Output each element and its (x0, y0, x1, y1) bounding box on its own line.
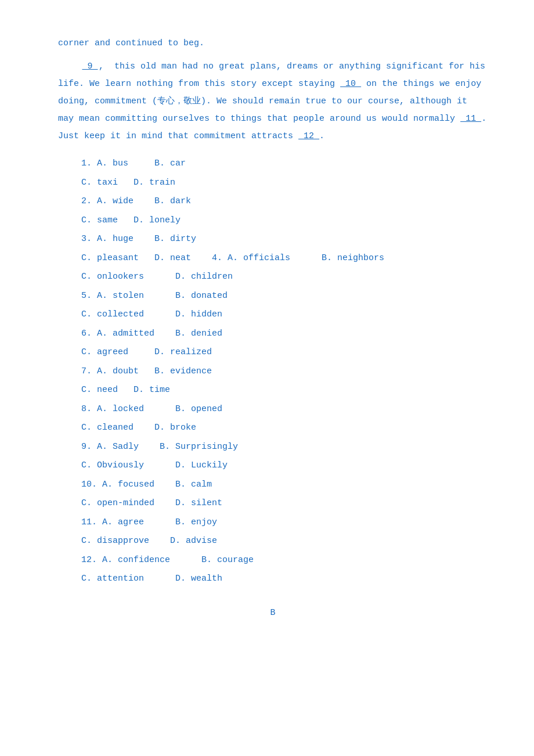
q8-ab: 8. A. locked B. opened (81, 404, 222, 414)
indent-spacer (58, 58, 81, 75)
q9-line1: 9. A. Sadly B. Surprisingly (58, 439, 488, 456)
q6-cd: C. agreed D. realized (81, 347, 212, 357)
q3-line1: 3. A. huge B. dirty (58, 231, 488, 248)
q2-ab: 2. A. wide B. dark (81, 196, 191, 206)
answers-section: 1. A. bus B. car C. taxi D. train 2. A. … (58, 156, 488, 588)
q3-cd-q4-ab: C. pleasant D. neat 4. A. officials B. n… (81, 253, 384, 263)
q7-line1: 7. A. doubt B. evidence (58, 363, 488, 380)
q11-cd: C. disapprove D. advise (81, 536, 217, 546)
q1-line1: 1. A. bus B. car (58, 156, 488, 172)
q12-cd: C. attention D. wealth (81, 574, 222, 584)
q11-line2: C. disapprove D. advise (58, 533, 488, 550)
q9-line2: C. Obviously D. Luckily (58, 458, 488, 474)
blank-9: 9 (81, 58, 99, 75)
q1-cd: C. taxi D. train (81, 178, 175, 188)
para1-text: corner and continued to beg. (58, 38, 204, 48)
q12-ab: 12. A. confidence B. courage (81, 555, 254, 565)
q3-ab: 3. A. huge B. dirty (81, 234, 196, 244)
q6-line1: 6. A. admitted B. denied (58, 326, 488, 343)
content-area: corner and continued to beg. 9 , this ol… (58, 35, 488, 621)
q8-line2: C. cleaned D. broke (58, 420, 488, 437)
q9-cd: C. Obviously D. Luckily (81, 460, 228, 470)
q2-line2: C. same D. lonely (58, 213, 488, 229)
q6-line2: C. agreed D. realized (58, 344, 488, 361)
blank-11: 11 (460, 110, 481, 128)
q2-line1: 2. A. wide B. dark (58, 193, 488, 210)
paragraph-1: corner and continued to beg. (58, 35, 488, 52)
para2-part4: . (319, 131, 324, 141)
q1-label: 1. A. bus B. car (81, 159, 186, 168)
q5-ab: 5. A. stolen B. donated (81, 291, 228, 301)
q9-ab: 9. A. Sadly B. Surprisingly (81, 442, 238, 452)
q1-line2: C. taxi D. train (58, 175, 488, 192)
blank-12: 12 (298, 128, 319, 145)
q10-line2: C. open-minded D. silent (58, 495, 488, 512)
q11-line1: 11. A. agree B. enjoy (58, 514, 488, 531)
q11-ab: 11. A. agree B. enjoy (81, 517, 217, 527)
q2-cd: C. same D. lonely (81, 215, 181, 225)
paragraph-2: 9 , this old man had no great plans, dre… (58, 58, 488, 145)
q5-line1: 5. A. stolen B. donated (58, 288, 488, 305)
q7-cd: C. need D. time (81, 385, 170, 395)
q7-ab: 7. A. doubt B. evidence (81, 366, 212, 376)
q12-line2: C. attention D. wealth (58, 571, 488, 588)
q5-cd: C. collected D. hidden (81, 309, 222, 319)
q8-cd: C. cleaned D. broke (81, 423, 196, 433)
page-label-text: B (270, 608, 275, 618)
q6-ab: 6. A. admitted B. denied (81, 329, 222, 339)
q7-line2: C. need D. time (58, 382, 488, 399)
q10-line1: 10. A. focused B. calm (58, 477, 488, 494)
q4-line2: C. onlookers D. children (58, 269, 488, 286)
q5-line2: C. collected D. hidden (58, 307, 488, 323)
q12-line1: 12. A. confidence B. courage (58, 552, 488, 569)
q3-line2: C. pleasant D. neat 4. A. officials B. n… (58, 250, 488, 267)
q10-cd: C. open-minded D. silent (81, 498, 222, 508)
q8-line1: 8. A. locked B. opened (58, 401, 488, 418)
q4-cd: C. onlookers D. children (81, 272, 233, 282)
blank-10: 10 (340, 75, 361, 93)
page-label: B (58, 605, 488, 621)
q10-ab: 10. A. focused B. calm (81, 480, 212, 489)
